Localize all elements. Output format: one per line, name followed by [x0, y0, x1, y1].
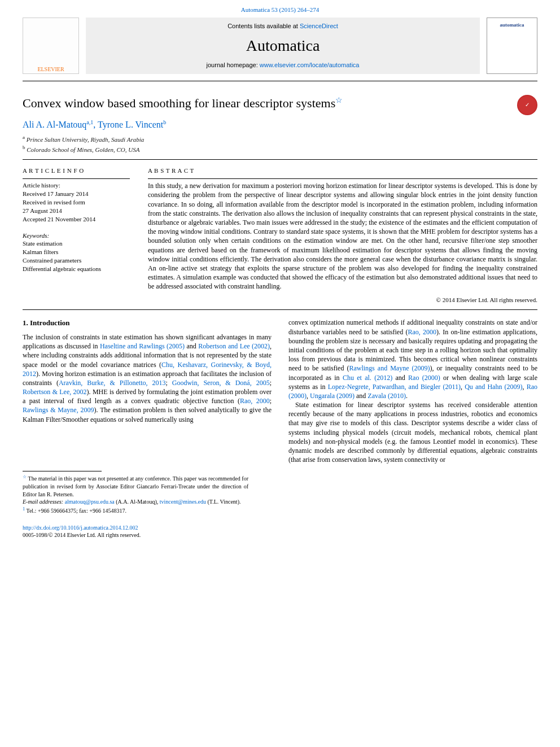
column-right: convex optimization numerical methods if…: [288, 318, 537, 466]
journal-cover-thumb[interactable]: automatica: [487, 18, 537, 74]
body-columns: 1. Introduction The inclusion of constra…: [0, 310, 560, 471]
paper-title-text: Convex window based smoothing for linear…: [23, 96, 335, 110]
abstract: A B S T R A C T In this study, a new der…: [148, 167, 537, 304]
homepage-line: journal homepage: www.elsevier.com/locat…: [207, 61, 360, 69]
paper-title: Convex window based smoothing for linear…: [23, 95, 537, 112]
section-number: 1.: [23, 318, 28, 327]
author-1-marks: a,1: [86, 119, 93, 125]
keywords-heading: Keywords:: [23, 231, 130, 240]
paragraph: The inclusion of constraints in state es…: [23, 333, 272, 424]
citation-link[interactable]: Lopez-Negrete, Patwardhan, and Biegler (…: [328, 383, 461, 391]
citation-link[interactable]: Chu et al. (2012): [343, 374, 392, 382]
section-heading: 1. Introduction: [23, 318, 272, 328]
footnote-emails: E-mail addresses: almatouq@psu.edu.sa (A…: [23, 498, 248, 506]
article-info-heading: A R T I C L E I N F O: [23, 167, 130, 175]
citation-link[interactable]: Rawlings & Mayne, 2009: [23, 406, 94, 414]
article-info: A R T I C L E I N F O Article history: R…: [23, 167, 130, 304]
citation-link[interactable]: Rao, 2000: [240, 397, 270, 405]
citation-link[interactable]: Automatica 53 (2015) 264–274: [241, 6, 319, 13]
history-line: Article history:: [23, 181, 130, 190]
crossmark-icon[interactable]: ✓: [517, 95, 537, 115]
affiliation-b: b Colorado School of Mines, Golden, CO, …: [23, 144, 537, 154]
affil-a-mark: a: [23, 134, 25, 140]
journal-banner: ELSEVIER Contents lists available at Sci…: [0, 18, 560, 81]
citation-link[interactable]: Goodwin, Seron, & Doná, 2005: [172, 379, 270, 387]
abstract-text: In this study, a new derivation for maxi…: [148, 181, 537, 291]
email-1[interactable]: almatouq@psu.edu.sa: [65, 499, 115, 505]
info-abstract-row: A R T I C L E I N F O Article history: R…: [0, 160, 560, 309]
history-line: Received 17 January 2014: [23, 190, 130, 198]
author-2-marks: b: [163, 119, 166, 125]
citation-link[interactable]: Robertson and Lee (2002): [198, 342, 270, 350]
affil-a-text: Prince Sultan University, Riyadh, Saudi …: [27, 136, 144, 143]
sciencedirect-link[interactable]: ScienceDirect: [300, 23, 338, 29]
email-2[interactable]: tvincent@mines.edu: [160, 499, 206, 505]
contents-prefix: Contents lists available at: [228, 23, 300, 29]
footnote-tel: 1 Tel.: +966 596664375; fax: +966 145483…: [23, 506, 248, 515]
copyright: © 2014 Elsevier Ltd. All rights reserved…: [148, 296, 537, 304]
citation-link[interactable]: Qu and Hahn (2009): [465, 383, 522, 391]
affil-b-mark: b: [23, 145, 25, 150]
keyword: Differential algebraic equations: [23, 265, 130, 273]
citation-link[interactable]: Rawlings and Mayne (2009): [349, 364, 430, 372]
title-footnote-mark[interactable]: ☆: [335, 96, 343, 104]
email-1-who: (A.A. Al-Matouq): [116, 499, 157, 505]
homepage-link[interactable]: www.elsevier.com/locate/automatica: [260, 62, 360, 68]
author-1[interactable]: Ali A. Al-Matouqa,1: [23, 120, 93, 129]
footnote-rule: [23, 471, 102, 471]
authors-line: Ali A. Al-Matouqa,1, Tyrone L. Vincentb: [0, 116, 560, 133]
citation-link[interactable]: Robertson & Lee, 2002: [23, 388, 87, 396]
history-line: 27 August 2014: [23, 207, 130, 215]
affil-b-text: Colorado School of Mines, Golden, CO, US…: [27, 146, 139, 153]
author-2-name: Tyrone L. Vincent: [98, 120, 163, 129]
doi-block: http://dx.doi.org/10.1016/j.automatica.2…: [0, 518, 560, 556]
author-1-name: Ali A. Al-Matouq: [23, 120, 86, 129]
history-line: Accepted 21 November 2014: [23, 215, 130, 224]
keyword: Kalman filters: [23, 248, 130, 256]
contents-line: Contents lists available at ScienceDirec…: [228, 22, 338, 30]
header-citation: Automatica 53 (2015) 264–274: [0, 0, 560, 18]
column-left: 1. Introduction The inclusion of constra…: [23, 318, 272, 466]
history-line: Received in revised form: [23, 198, 130, 207]
footnotes: ☆ The material in this paper was not pre…: [0, 471, 271, 518]
citation-link[interactable]: Rao, 2000: [408, 328, 436, 336]
citation-link[interactable]: Ungarala (2009): [310, 392, 355, 400]
section-title: Introduction: [30, 318, 70, 327]
citation-link[interactable]: Zavala (2010): [368, 392, 406, 400]
emails-label: E-mail addresses:: [23, 499, 63, 505]
footnote-tel-text: Tel.: +966 596664375; fax: +966 14548317…: [25, 508, 126, 514]
doi-copyright: 0005-1098/© 2014 Elsevier Ltd. All right…: [23, 532, 141, 538]
affiliations: a Prince Sultan University, Riyadh, Saud…: [0, 133, 560, 159]
title-block: ✓ Convex window based smoothing for line…: [0, 81, 560, 116]
paragraph: convex optimization numerical methods if…: [288, 318, 537, 464]
keyword: Constrained parameters: [23, 256, 130, 265]
citation-link[interactable]: Rao (2000): [408, 374, 440, 382]
doi-link[interactable]: http://dx.doi.org/10.1016/j.automatica.2…: [23, 525, 138, 531]
elsevier-logo[interactable]: ELSEVIER: [23, 18, 79, 74]
footnote-star-text: The material in this paper was not prese…: [23, 476, 248, 497]
banner-mid: Contents lists available at ScienceDirec…: [86, 18, 480, 74]
footnote-star: ☆ The material in this paper was not pre…: [23, 474, 248, 498]
citation-link[interactable]: Aravkin, Burke, & Pillonetto, 2013: [59, 379, 166, 387]
journal-name: Automatica: [246, 35, 320, 56]
citation-link[interactable]: Haseltine and Rawlings (2005): [100, 342, 185, 350]
divider: [23, 178, 130, 179]
citation-link[interactable]: Chu, Keshavarz, Gorinevsky, & Boyd, 2012: [23, 361, 272, 378]
cover-title: automatica: [500, 21, 524, 28]
elsevier-logo-label: ELSEVIER: [37, 65, 64, 73]
email-2-who: (T.L. Vincent): [207, 499, 239, 505]
author-2[interactable]: Tyrone L. Vincentb: [98, 120, 166, 129]
affiliation-a: a Prince Sultan University, Riyadh, Saud…: [23, 134, 537, 144]
homepage-prefix: journal homepage:: [207, 62, 260, 68]
divider: [148, 178, 537, 179]
abstract-heading: A B S T R A C T: [148, 167, 537, 175]
keyword: State estimation: [23, 239, 130, 248]
